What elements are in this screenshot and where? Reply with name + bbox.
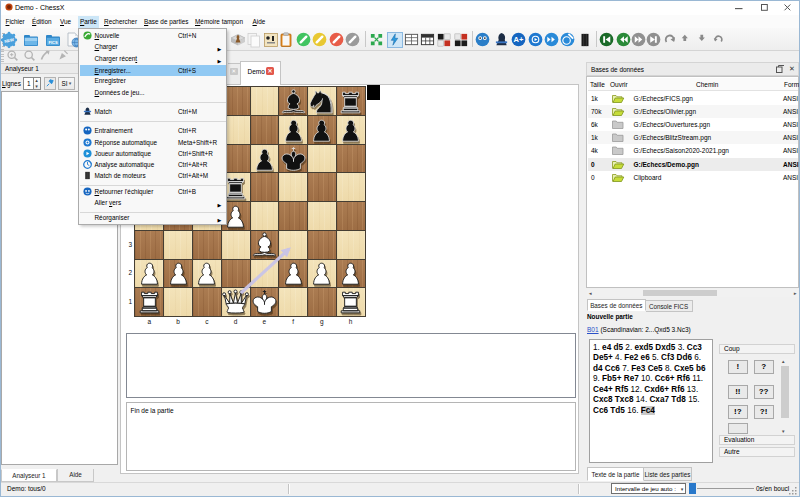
svg-text:A+: A+ — [513, 35, 523, 44]
svg-text:FICS: FICS — [48, 39, 57, 44]
